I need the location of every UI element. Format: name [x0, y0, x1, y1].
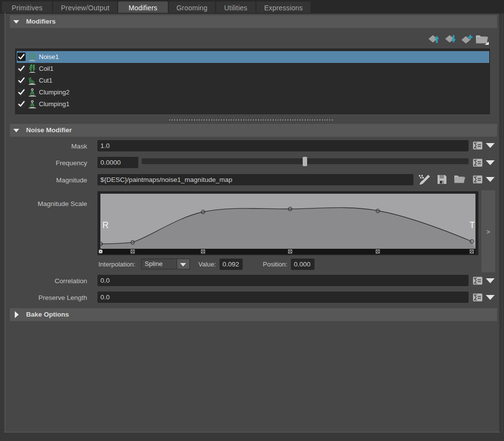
svg-text:T: T — [470, 220, 475, 230]
svg-text:R: R — [102, 220, 109, 230]
